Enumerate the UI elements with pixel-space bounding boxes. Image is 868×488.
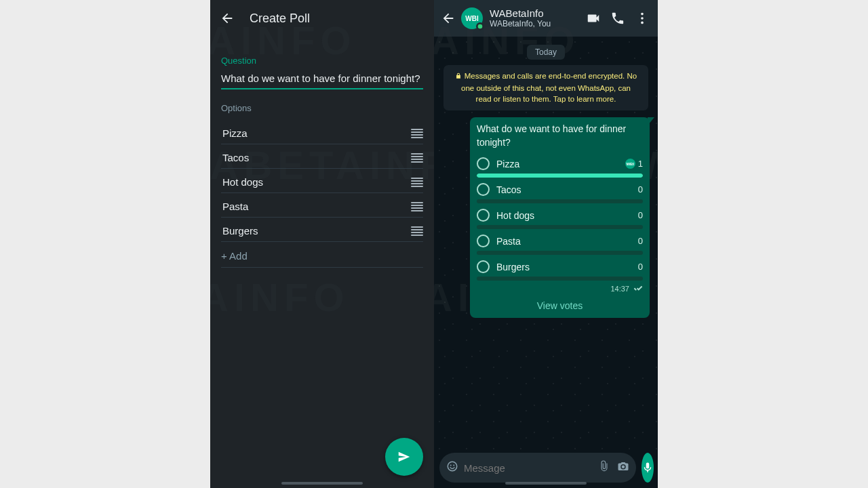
create-poll-screen: WABETAINFO WABETAINFO WABETAINFO Create …: [210, 0, 434, 488]
mic-icon: [642, 462, 654, 474]
chat-scroll-area[interactable]: Today Messages and calls are end-to-end …: [434, 37, 658, 450]
svg-point-4: [448, 462, 457, 471]
poll-option-count: WBI1: [625, 159, 643, 169]
bubble-tail: [648, 117, 654, 125]
svg-point-3: [641, 22, 644, 24]
chat-title-area[interactable]: WABetaInfo WABetaInfo, You: [490, 8, 551, 29]
screen-title: Create Poll: [250, 12, 310, 26]
home-indicator: [281, 482, 363, 485]
add-option-button[interactable]: + Add: [221, 242, 423, 268]
camera-button[interactable]: [617, 460, 629, 475]
poll-option-count: 0: [638, 210, 643, 220]
radio-ring-icon: [477, 260, 490, 273]
poll-progress-track: [477, 225, 643, 229]
voice-call-button[interactable]: [609, 11, 627, 26]
drag-handle-icon[interactable]: [411, 202, 423, 211]
poll-option-name: Pizza: [496, 159, 625, 169]
back-button[interactable]: [441, 11, 456, 26]
arrow-left-icon: [220, 11, 235, 26]
poll-option[interactable]: Tacos0: [477, 183, 643, 196]
poll-progress-fill: [477, 174, 643, 178]
drag-handle-icon[interactable]: [411, 226, 423, 236]
video-call-button[interactable]: [585, 11, 602, 26]
poll-option[interactable]: PizzaWBI1: [477, 157, 643, 170]
poll-option-row: [221, 218, 423, 242]
message-input-box: [439, 453, 636, 483]
poll-progress-track: [477, 199, 643, 203]
attach-icon: [598, 460, 610, 472]
drag-handle-icon[interactable]: [411, 153, 423, 163]
emoji-button[interactable]: [446, 460, 458, 475]
video-icon: [586, 11, 601, 26]
question-label: Question: [221, 56, 423, 66]
poll-progress-track: [477, 174, 643, 178]
verified-badge-icon: [476, 22, 484, 30]
option-input[interactable]: [221, 127, 411, 140]
message-meta: 14:37: [477, 285, 643, 293]
poll-message-bubble: What do we want to have for dinner tonig…: [470, 117, 650, 318]
back-button[interactable]: [220, 11, 235, 26]
poll-option-name: Pasta: [496, 236, 638, 247]
svg-point-5: [450, 465, 452, 466]
option-input[interactable]: [221, 224, 411, 237]
svg-point-0: [478, 24, 483, 29]
poll-option-row: [221, 120, 423, 144]
chat-subtitle: WABetaInfo, You: [490, 19, 551, 28]
more-button[interactable]: [633, 11, 651, 26]
watermark: WABETAINFO: [210, 274, 280, 320]
poll-option-count: 0: [638, 262, 643, 272]
poll-option-name: Hot dogs: [496, 210, 638, 221]
chat-title: WABetaInfo: [490, 8, 551, 20]
group-avatar[interactable]: WBI: [461, 7, 483, 29]
radio-ring-icon: [477, 157, 490, 170]
radio-ring-icon: [477, 235, 490, 247]
radio-ring-icon: [477, 209, 490, 222]
option-input[interactable]: [221, 151, 411, 164]
mic-button[interactable]: [642, 453, 654, 483]
option-input[interactable]: [221, 200, 411, 213]
poll-option[interactable]: Pasta0: [477, 235, 643, 247]
poll-option[interactable]: Hot dogs0: [477, 209, 643, 222]
send-icon: [397, 449, 412, 464]
avatar-text: WBI: [465, 15, 478, 22]
message-time: 14:37: [610, 285, 629, 293]
poll-question: What do we want to have for dinner tonig…: [477, 123, 643, 149]
camera-icon: [617, 460, 629, 472]
drag-handle-icon[interactable]: [411, 129, 423, 138]
poll-progress-track: [477, 251, 643, 255]
arrow-left-icon: [441, 11, 456, 26]
home-indicator: [505, 482, 587, 485]
radio-ring-icon: [477, 183, 490, 196]
poll-option-row: [221, 169, 423, 193]
poll-option-count: 0: [638, 184, 643, 195]
view-votes-button[interactable]: View votes: [477, 293, 643, 314]
poll-option[interactable]: Burgers0: [477, 260, 643, 273]
phone-icon: [610, 11, 625, 26]
encryption-text: Messages and calls are end-to-end encryp…: [461, 72, 637, 103]
encryption-banner[interactable]: Messages and calls are end-to-end encryp…: [443, 65, 648, 110]
message-input[interactable]: [462, 462, 594, 474]
attach-button[interactable]: [598, 460, 610, 475]
poll-option-name: Burgers: [496, 262, 638, 272]
question-input[interactable]: [221, 73, 423, 89]
lock-icon: [455, 71, 462, 83]
date-chip: Today: [527, 45, 565, 60]
voter-avatar: WBI: [625, 159, 635, 169]
create-poll-header: Create Poll: [210, 0, 434, 37]
poll-progress-track: [477, 277, 643, 281]
chat-header: WBI WABetaInfo WABetaInfo, You: [434, 0, 658, 37]
option-input[interactable]: [221, 176, 411, 188]
message-input-bar: [439, 453, 652, 483]
emoji-icon: [446, 460, 458, 472]
more-vert-icon: [635, 11, 650, 26]
svg-point-6: [453, 465, 454, 466]
poll-option-name: Tacos: [496, 184, 638, 195]
poll-option-row: [221, 193, 423, 218]
poll-option-count: 0: [638, 236, 643, 246]
drag-handle-icon[interactable]: [411, 178, 423, 187]
read-receipt-icon: [633, 285, 643, 293]
send-poll-button[interactable]: [385, 438, 423, 476]
svg-point-2: [641, 17, 644, 20]
poll-option-row: [221, 144, 423, 169]
svg-point-1: [641, 13, 644, 16]
